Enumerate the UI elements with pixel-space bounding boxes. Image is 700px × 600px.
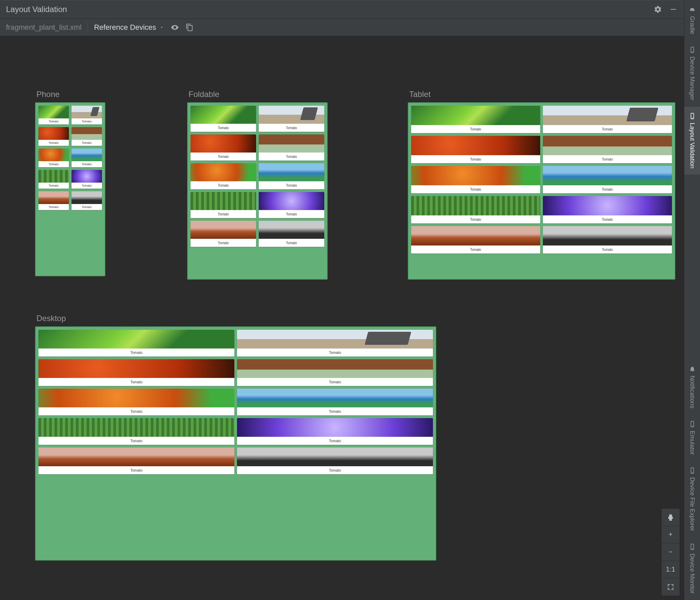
plant-label: Tomato: [72, 140, 102, 146]
device-frame[interactable]: TomatoTomatoTomatoTomatoTomatoTomatoToma…: [35, 327, 436, 560]
plant-label: Tomato: [39, 204, 69, 210]
plant-card[interactable]: Tomato: [411, 196, 540, 223]
plant-card[interactable]: Tomato: [39, 106, 69, 124]
plant-card[interactable]: Tomato: [39, 127, 69, 146]
pan-button[interactable]: [661, 509, 680, 526]
plant-card[interactable]: Tomato: [72, 106, 102, 124]
plant-card[interactable]: Tomato: [259, 106, 324, 132]
plant-card[interactable]: Tomato: [39, 389, 234, 415]
reference-devices-dropdown[interactable]: Reference Devices: [94, 23, 164, 32]
zoom-in-button[interactable]: +: [661, 526, 680, 544]
plant-card[interactable]: Tomato: [191, 192, 256, 218]
phone-icon: [689, 113, 696, 119]
rail-tab-emulator[interactable]: Emulator: [684, 415, 700, 461]
plant-card[interactable]: Tomato: [543, 196, 672, 223]
plant-card[interactable]: Tomato: [191, 135, 256, 161]
zoom-fit-button[interactable]: [661, 578, 680, 596]
plant-label: Tomato: [237, 378, 433, 386]
plant-card[interactable]: Tomato: [411, 136, 540, 163]
device-frame[interactable]: TomatoTomatoTomatoTomatoTomatoTomatoToma…: [35, 102, 105, 276]
plant-label: Tomato: [543, 215, 672, 223]
rail-tab-device-monitor[interactable]: Device Monitor: [684, 537, 700, 600]
svg-rect-6: [692, 426, 693, 426]
plant-label: Tomato: [259, 152, 324, 161]
plant-image: [191, 221, 256, 239]
plant-card[interactable]: Tomato: [543, 166, 672, 193]
plant-card[interactable]: Tomato: [543, 106, 672, 133]
plant-image: [39, 330, 234, 349]
plant-card[interactable]: Tomato: [191, 221, 256, 247]
rail-tab-device-file-explorer[interactable]: Device File Explorer: [684, 461, 700, 537]
minimize-icon[interactable]: [669, 5, 678, 14]
plant-card[interactable]: Tomato: [237, 448, 433, 474]
rail-tab-notifications[interactable]: Notifications: [684, 360, 700, 415]
plant-card[interactable]: Tomato: [237, 389, 433, 415]
preview-canvas[interactable]: + − 1:1 PhoneTomatoTomatoTomatoTomatoTom…: [0, 36, 684, 600]
plant-label: Tomato: [72, 161, 102, 167]
plant-card[interactable]: Tomato: [411, 106, 540, 133]
plant-image: [543, 106, 672, 125]
device-frame[interactable]: TomatoTomatoTomatoTomatoTomatoTomatoToma…: [408, 102, 675, 280]
plant-card[interactable]: Tomato: [411, 226, 540, 254]
plant-card[interactable]: Tomato: [39, 330, 234, 357]
svg-rect-2: [692, 51, 693, 52]
plant-card[interactable]: Tomato: [191, 163, 256, 189]
plant-card[interactable]: Tomato: [72, 148, 102, 167]
plant-image: [191, 192, 256, 210]
plant-card[interactable]: Tomato: [237, 418, 433, 445]
one-to-one-button[interactable]: 1:1: [661, 561, 680, 578]
plant-image: [259, 163, 324, 181]
plant-card[interactable]: Tomato: [259, 135, 324, 161]
plant-image: [39, 418, 234, 437]
plant-label: Tomato: [39, 161, 69, 167]
plant-image: [39, 148, 69, 161]
preview-group-tablet[interactable]: TabletTomatoTomatoTomatoTomatoTomatoToma…: [408, 90, 675, 280]
plant-card[interactable]: Tomato: [72, 170, 102, 189]
plant-card[interactable]: Tomato: [259, 221, 324, 247]
preview-group-foldable[interactable]: FoldableTomatoTomatoTomatoTomatoTomatoTo…: [187, 90, 328, 280]
plant-card[interactable]: Tomato: [72, 191, 102, 210]
rail-tab-label: Layout Validation: [689, 123, 696, 169]
plant-label: Tomato: [191, 152, 256, 161]
visibility-icon[interactable]: [170, 23, 179, 32]
file-breadcrumb[interactable]: fragment_plant_list.xml: [6, 23, 81, 32]
plant-card[interactable]: Tomato: [39, 418, 234, 445]
plant-label: Tomato: [39, 466, 234, 474]
copy-icon[interactable]: [185, 23, 194, 32]
plant-card[interactable]: Tomato: [259, 192, 324, 218]
plant-card[interactable]: Tomato: [39, 359, 234, 386]
preview-group-desktop[interactable]: DesktopTomatoTomatoTomatoTomatoTomatoTom…: [35, 314, 436, 560]
plant-label: Tomato: [237, 437, 433, 445]
plant-card[interactable]: Tomato: [543, 226, 672, 254]
plant-card[interactable]: Tomato: [39, 148, 69, 167]
plant-label: Tomato: [39, 118, 69, 124]
plant-image: [39, 448, 234, 466]
device-frame[interactable]: TomatoTomatoTomatoTomatoTomatoTomatoToma…: [187, 102, 328, 280]
zoom-out-button[interactable]: −: [661, 544, 680, 561]
plant-card[interactable]: Tomato: [39, 448, 234, 474]
plant-image: [191, 106, 256, 124]
plant-card[interactable]: Tomato: [543, 136, 672, 163]
plant-card[interactable]: Tomato: [39, 191, 69, 210]
rail-tab-label: Device Monitor: [689, 553, 696, 594]
preview-group-phone[interactable]: PhoneTomatoTomatoTomatoTomatoTomatoTomat…: [35, 90, 105, 276]
plant-image: [191, 135, 256, 152]
plant-card[interactable]: Tomato: [237, 359, 433, 386]
plant-card[interactable]: Tomato: [237, 330, 433, 357]
gear-icon[interactable]: [653, 5, 662, 14]
plant-image: [39, 359, 234, 378]
plant-card[interactable]: Tomato: [411, 166, 540, 193]
plant-image: [39, 191, 69, 204]
plant-label: Tomato: [259, 210, 324, 218]
plant-card[interactable]: Tomato: [72, 127, 102, 146]
plant-card[interactable]: Tomato: [39, 170, 69, 189]
rail-tab-device-manager[interactable]: Device Manager: [684, 41, 700, 107]
plant-card[interactable]: Tomato: [259, 163, 324, 189]
rail-tab-layout-validation[interactable]: Layout Validation: [684, 107, 700, 175]
plant-image: [411, 166, 540, 185]
svg-rect-0: [671, 9, 676, 10]
plant-card[interactable]: Tomato: [191, 106, 256, 132]
chevron-down-icon: [159, 25, 164, 30]
rail-tab-gradle[interactable]: Gradle: [684, 0, 700, 41]
plant-label: Tomato: [411, 125, 540, 133]
